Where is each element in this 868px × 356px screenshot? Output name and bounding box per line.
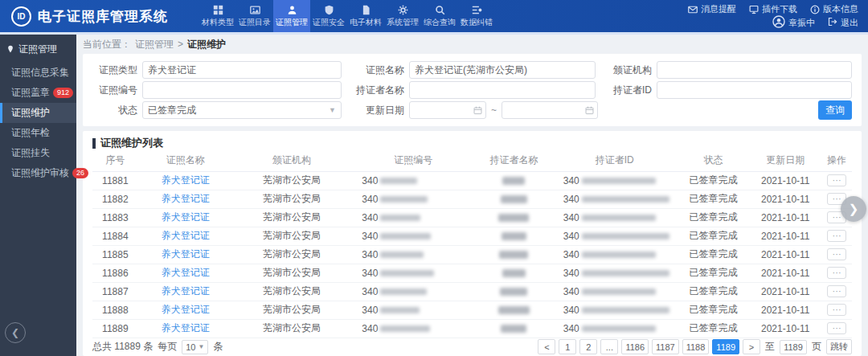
redacted-bar [380, 252, 424, 258]
cell-cert-name: 养犬登记证 [138, 319, 233, 338]
sidebar-item-证照信息采集[interactable]: 证照信息采集 [0, 63, 76, 83]
nav-item-证照安全[interactable]: 证照安全 [310, 0, 347, 32]
page-button-1186[interactable]: 1186 [621, 339, 649, 354]
redacted-bar [380, 307, 420, 313]
page-button-1187[interactable]: 1187 [652, 339, 679, 354]
holder-id-input[interactable] [657, 81, 852, 99]
cell-holder-id: 340 [552, 282, 678, 301]
redacted-bar [502, 232, 526, 240]
page-size-select[interactable]: 10 ▼ [182, 340, 208, 354]
sidebar-item-label: 证照盖章 [11, 83, 50, 103]
status-select-value: 已签章完成 [148, 104, 196, 117]
page-button-1189[interactable]: 1189 [712, 339, 739, 354]
redacted-bar [582, 196, 669, 203]
issue-org-input[interactable] [657, 61, 852, 79]
sidebar-item-证照盖章[interactable]: 证照盖章912 [0, 83, 76, 103]
scroll-next-button[interactable]: ❯ [841, 196, 866, 222]
cell-action: ··· [821, 245, 852, 264]
cell-status: 已签章完成 [678, 264, 750, 282]
page-button-1188[interactable]: 1188 [682, 339, 710, 354]
cell-holder-id: 340 [552, 190, 678, 208]
row-more-actions-button[interactable]: ··· [827, 248, 846, 260]
nav-item-label: 证照管理 [276, 17, 308, 28]
date-end-input[interactable] [502, 101, 598, 119]
row-more-actions-button[interactable]: ··· [827, 304, 846, 316]
cert-name-link[interactable]: 养犬登记证 [162, 193, 210, 204]
column-header-更新日期: 更新日期 [749, 150, 821, 171]
cell-holder-id: 340 [552, 264, 678, 282]
sidebar-item-label: 证照年检 [11, 123, 50, 143]
logout-button[interactable]: 退出 [828, 17, 858, 29]
goto-page-input[interactable] [780, 340, 807, 354]
update-date-label: 更新日期 [351, 104, 404, 117]
nav-item-材料类型[interactable]: 材料类型 [199, 0, 236, 32]
cert-type-input[interactable] [142, 61, 342, 79]
cert-name-link[interactable]: 养犬登记证 [162, 304, 210, 315]
cell-holder-name [476, 282, 552, 301]
row-more-actions-button[interactable]: ··· [827, 285, 846, 297]
page-prev-button[interactable]: < [538, 339, 555, 354]
chevron-down-icon: ▼ [329, 106, 336, 114]
status-select[interactable]: 已签章完成 ▼ [142, 101, 342, 119]
cell-status: 已签章完成 [678, 208, 750, 227]
breadcrumb-parent[interactable]: 证照管理 [135, 38, 174, 51]
utility-版本信息[interactable]: 版本信息 [810, 3, 858, 15]
nav-item-证照目录[interactable]: 证照目录 [236, 0, 273, 32]
row-more-actions-button[interactable]: ··· [827, 174, 846, 186]
cert-name-link[interactable]: 养犬登记证 [162, 174, 210, 186]
cell-cert-name: 养犬登记证 [138, 264, 233, 282]
cert-name-link[interactable]: 养犬登记证 [162, 211, 210, 223]
nav-item-数据纠错[interactable]: 数据纠错 [458, 0, 495, 32]
cert-name-link[interactable]: 养犬登记证 [162, 267, 210, 278]
table-row: 11883养犬登记证芜湖市公安局340340已签章完成2021-10-11··· [92, 208, 852, 227]
sidebar-item-证照挂失[interactable]: 证照挂失 [0, 143, 76, 163]
row-more-actions-button[interactable]: ··· [827, 230, 846, 242]
user-account[interactable]: 章振中 [772, 15, 815, 30]
sidebar-group-cert-management[interactable]: 证照管理 [0, 35, 76, 63]
cell-cert-name: 养犬登记证 [138, 227, 233, 245]
cell-issue-org: 芜湖市公安局 [233, 208, 350, 227]
page-button-2[interactable]: 2 [579, 339, 597, 354]
sidebar-collapse-button[interactable]: ❮ [5, 322, 26, 343]
cert-name-input[interactable] [409, 61, 596, 79]
sidebar-item-证照维护审核[interactable]: 证照维护审核26 [0, 163, 76, 183]
redacted-bar [380, 196, 428, 203]
holder-name-input[interactable] [409, 81, 596, 99]
utility-插件下载[interactable]: 插件下载 [749, 3, 797, 15]
nav-item-label: 证照目录 [239, 17, 271, 28]
cell-issue-org: 芜湖市公安局 [233, 227, 350, 245]
cell-cert-no: 340 [350, 208, 476, 227]
table-header-row: 序号证照名称颁证机构证照编号持证者名称持证者ID状态更新日期操作 [92, 150, 852, 171]
row-more-actions-button[interactable]: ··· [827, 267, 846, 279]
holder-name-label: 持证者名称 [351, 84, 404, 97]
redacted-bar [498, 306, 530, 314]
cell-holder-name [476, 227, 552, 245]
cert-name-link[interactable]: 养犬登记证 [162, 230, 210, 241]
sidebar-item-证照年检[interactable]: 证照年检 [0, 123, 76, 143]
cert-no-input[interactable] [142, 81, 342, 99]
redacted-bar [380, 178, 417, 184]
cert-name-link[interactable]: 养犬登记证 [162, 285, 210, 297]
page-button-1[interactable]: 1 [559, 339, 576, 354]
goto-confirm-button[interactable]: 跳转 [826, 339, 852, 354]
cell-holder-name [476, 171, 552, 190]
file-icon [361, 5, 371, 15]
cell-cert-name: 养犬登记证 [138, 171, 233, 190]
row-more-actions-button[interactable]: ··· [827, 322, 846, 334]
nav-item-电子材料[interactable]: 电子材料 [347, 0, 384, 32]
search-button[interactable]: 查询 [818, 100, 852, 120]
nav-item-证照管理[interactable]: 证照管理 [273, 0, 310, 32]
utility-消息提醒[interactable]: 消息提醒 [688, 3, 736, 15]
cert-name-link[interactable]: 养犬登记证 [162, 322, 210, 333]
cell-action: ··· [821, 319, 852, 338]
page-ellipsis-button[interactable]: ... [600, 339, 618, 354]
cell-holder-id: 340 [552, 319, 678, 338]
cert-type-label: 证照类型 [92, 63, 137, 77]
sidebar-item-label: 证照挂失 [11, 143, 50, 163]
sidebar-item-证照维护[interactable]: 证照维护 [0, 103, 76, 123]
redacted-bar [582, 288, 656, 295]
page-next-button[interactable]: > [743, 339, 760, 354]
nav-item-系统管理[interactable]: 系统管理 [384, 0, 421, 32]
cert-name-link[interactable]: 养犬登记证 [162, 248, 210, 260]
nav-item-综合查询[interactable]: 综合查询 [421, 0, 458, 32]
